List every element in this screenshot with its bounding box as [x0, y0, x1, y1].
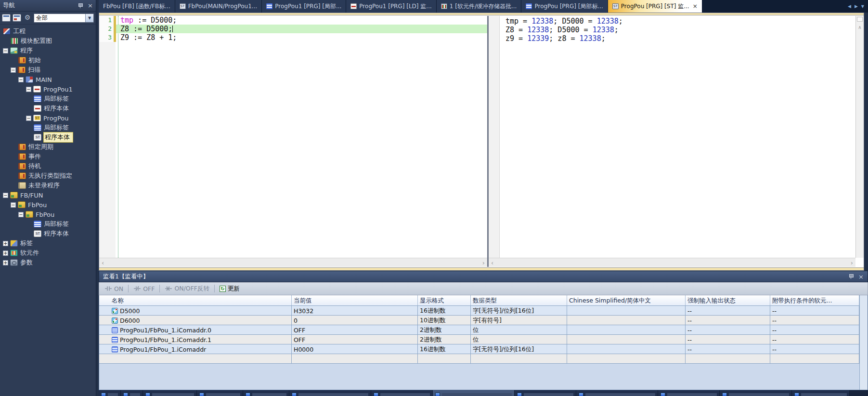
cell-current-value[interactable]: OFF [292, 325, 418, 334]
cell-force-state[interactable]: -- [686, 325, 770, 334]
watch-row[interactable]: D5000 H3032 16进制数 字[无符号]/位列[16位] -- -- [99, 306, 859, 316]
watch-row[interactable]: ProgPou1/FbPou_1.iComaddr.0 OFF 2进制数 位 -… [99, 325, 859, 335]
dock-tab[interactable] [792, 390, 850, 396]
tree-expander-icon[interactable] [26, 116, 31, 121]
document-tab[interactable]: FbPou(MAIN/ProgPou1... × [175, 0, 262, 13]
cell-exec-condition[interactable]: -- [770, 325, 859, 334]
cell-current-value[interactable] [292, 354, 418, 363]
update-button[interactable]: 更新 [217, 284, 242, 293]
cell-comment[interactable] [567, 344, 686, 354]
cell-force-state[interactable] [686, 354, 770, 363]
column-header-exec-condition[interactable]: 附带执行条件的软元... [770, 295, 859, 305]
tab-scroll-right-icon[interactable]: ▶ [855, 4, 858, 9]
dock-tab[interactable] [143, 390, 197, 396]
cell-display-format[interactable] [418, 354, 471, 363]
dock-tab[interactable] [243, 390, 289, 396]
horizontal-scrollbar[interactable]: ‹ › [99, 258, 487, 267]
tab-scroll-left-icon[interactable]: ◀ [848, 4, 851, 9]
scroll-left-icon[interactable]: ‹ [102, 259, 104, 266]
document-tab[interactable]: ProgPou [PRG] [局部标... × [521, 0, 608, 13]
code-line[interactable]: 1 tmp := D5000; [99, 16, 487, 25]
scroll-right-icon[interactable]: › [482, 259, 485, 266]
force-off-button[interactable]: OFF [131, 284, 157, 293]
cell-current-value[interactable]: 0 [292, 316, 418, 325]
watch-row[interactable]: D6000 0 10进制数 字[有符号] -- -- [99, 316, 859, 325]
close-icon[interactable]: × [858, 274, 864, 280]
tab-list-dropdown-icon[interactable]: ▼ [861, 4, 864, 9]
tree-filter-select[interactable]: 全部 ▼ [34, 13, 94, 23]
cell-name[interactable]: ProgPou1/FbPou_1.iComaddr.0 [99, 325, 292, 334]
cell-comment[interactable] [567, 316, 686, 325]
chevron-down-icon[interactable]: ▼ [85, 14, 93, 22]
cell-exec-condition[interactable]: -- [770, 306, 859, 315]
column-header-name[interactable]: 名称 [99, 295, 292, 305]
code-line[interactable]: 2 Z8 := D5000; [99, 25, 487, 33]
dock-tab[interactable] [197, 390, 243, 396]
tree-item[interactable]: 标签 [0, 238, 96, 248]
tree-item[interactable]: 软元件 [0, 248, 96, 258]
column-header-display-format[interactable]: 显示格式 [418, 295, 471, 305]
scroll-left-icon[interactable]: ‹ [491, 259, 493, 266]
cell-data-type[interactable]: 字[无符号]/位列[16位] [471, 306, 567, 315]
cell-exec-condition[interactable]: -- [770, 316, 859, 325]
dock-tab[interactable] [289, 390, 371, 396]
cell-current-value[interactable]: H3032 [292, 306, 418, 315]
cell-data-type[interactable] [471, 354, 567, 363]
gear-icon[interactable] [23, 14, 32, 22]
cell-display-format[interactable]: 2进制数 [418, 325, 471, 334]
cell-exec-condition[interactable] [770, 354, 859, 363]
code-line[interactable]: 3 Z9 := Z8 + 1; [99, 33, 487, 42]
tree-item[interactable]: 事件 [0, 152, 96, 161]
cell-name[interactable]: D5000 [99, 306, 292, 315]
tree-item[interactable]: 程序本体 [0, 229, 96, 238]
force-on-button[interactable]: ON [102, 284, 126, 293]
tree-item[interactable]: 程序本体 [0, 104, 96, 113]
cell-exec-condition[interactable]: -- [770, 344, 859, 354]
cell-force-state[interactable]: -- [686, 335, 770, 344]
tree-item[interactable]: 局部标签 [0, 219, 96, 229]
document-tab[interactable]: ProgPou [PRG] [ST] 监... × [608, 0, 702, 13]
pin-icon[interactable] [849, 274, 854, 279]
cell-comment[interactable] [567, 306, 686, 315]
dock-tab[interactable] [371, 390, 433, 396]
tree-item[interactable]: 程序 [0, 46, 96, 55]
on-off-invert-button[interactable]: ON/OFF反转 [162, 284, 212, 293]
document-tab[interactable]: FbPou [FB] [函数/FB标... × [99, 0, 175, 13]
cell-force-state[interactable]: -- [686, 316, 770, 325]
tree-expander-icon[interactable] [3, 241, 8, 246]
tree-item[interactable]: 局部标签 [0, 94, 96, 104]
cell-name[interactable]: ProgPou1/FbPou_1.iComaddr.1 [99, 335, 292, 344]
cell-exec-condition[interactable]: -- [770, 335, 859, 344]
vertical-scrollbar[interactable]: ∧ [855, 16, 864, 258]
dock-tab[interactable] [121, 390, 143, 396]
dock-tab[interactable] [515, 390, 576, 396]
tree-item[interactable]: 工程 [0, 26, 96, 36]
watch-vertical-scrollbar[interactable] [859, 295, 868, 390]
cell-name[interactable]: ProgPou1/FbPou_1.iComaddr [99, 344, 292, 354]
scroll-right-icon[interactable]: › [851, 259, 853, 266]
tree-item[interactable]: 初始 [0, 55, 96, 65]
document-tab[interactable]: ProgPou1 [PRG] [LD] 监... × [346, 0, 436, 13]
tree-expander-icon[interactable] [18, 212, 24, 217]
document-tab[interactable]: 1 [软元件/缓冲存储器批... × [437, 0, 522, 13]
tree-expander-icon[interactable] [11, 67, 16, 73]
pin-icon[interactable] [78, 3, 83, 9]
tree-expander-icon[interactable] [18, 77, 24, 82]
cell-display-format[interactable]: 16进制数 [418, 306, 471, 315]
tree-item[interactable]: 未登录程序 [0, 181, 96, 190]
dock-tab[interactable] [99, 390, 121, 396]
dock-tab[interactable] [576, 390, 658, 396]
cell-current-value[interactable]: H0000 [292, 344, 418, 354]
tree-item[interactable]: 程序本体 [0, 132, 96, 142]
tree-item[interactable]: 模块配置图 [0, 36, 96, 46]
scroll-up-icon[interactable]: ∧ [856, 25, 864, 30]
tree-item[interactable]: 扫描 [0, 65, 96, 75]
tree-item[interactable]: FbPou [0, 200, 96, 210]
column-header-force-state[interactable]: 强制输入输出状态 [686, 295, 770, 305]
tree-item[interactable]: 局部标签 [0, 123, 96, 132]
tree-item[interactable]: 参数 [0, 258, 96, 267]
tree-item[interactable]: FB/FUN [0, 190, 96, 200]
tree-item[interactable]: ProgPou [0, 113, 96, 123]
cell-data-type[interactable]: 字[无符号]/位列[16位] [471, 344, 567, 354]
cell-force-state[interactable]: -- [686, 344, 770, 354]
